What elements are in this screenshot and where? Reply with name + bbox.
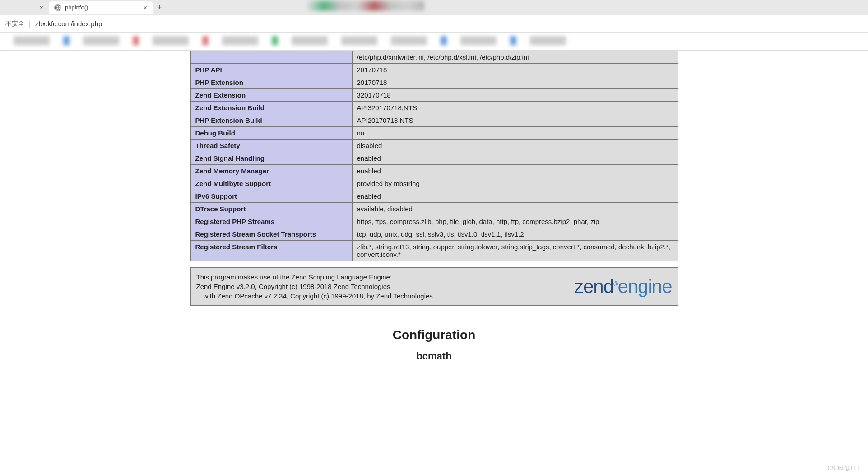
table-row: Zend Multibyte Supportprovided by mbstri… (190, 177, 678, 190)
table-cell-label: Registered Stream Socket Transports (190, 228, 352, 241)
table-row: DTrace Supportavailable, disabled (190, 203, 678, 215)
close-icon[interactable]: × (31, 4, 43, 11)
divider (190, 317, 678, 317)
table-cell-value: enabled (352, 152, 678, 165)
table-row: Debug Buildno (190, 127, 678, 140)
table-row: Zend Memory Managerenabled (190, 165, 678, 177)
zend-engine-box: This program makes use of the Zend Scrip… (190, 267, 678, 306)
browser-tab-inactive[interactable]: × (4, 1, 49, 14)
table-cell-value: tcp, udp, unix, udg, ssl, sslv3, tls, tl… (352, 228, 678, 241)
zend-line: Zend Engine v3.2.0, Copyright (c) 1998-2… (196, 282, 433, 291)
table-cell-value: provided by mbstring (352, 177, 678, 190)
address-bar: 不安全 | zbx.kfc.com/index.php (0, 15, 868, 33)
table-row: Registered Stream Socket Transportstcp, … (190, 228, 678, 241)
browser-tab-active[interactable]: phpinfo() × (49, 1, 153, 14)
bookmark-bar (0, 33, 868, 51)
logo-reg: ® (613, 280, 617, 288)
table-cell-value: API320170718,NTS (352, 102, 678, 114)
table-cell-value: zlib.*, string.rot13, string.toupper, st… (352, 241, 678, 261)
zend-line: This program makes use of the Zend Scrip… (196, 272, 433, 282)
table-cell-value: 20170718 (352, 64, 678, 76)
table-cell-value: no (352, 127, 678, 140)
table-row-truncated: /etc/php.d/xmlwriter.ini, /etc/php.d/xsl… (190, 51, 678, 64)
blurred-region (0, 36, 868, 47)
phpinfo-table: /etc/php.d/xmlwriter.ini, /etc/php.d/xsl… (190, 51, 678, 261)
table-cell-label (190, 51, 352, 64)
table-cell-label: Zend Extension (190, 89, 352, 102)
table-cell-label: Registered Stream Filters (190, 241, 352, 261)
close-icon[interactable]: × (135, 4, 147, 11)
table-cell-label: Zend Extension Build (190, 102, 352, 114)
blurred-region (307, 1, 424, 11)
table-cell-value: API20170718,NTS (352, 114, 678, 127)
table-row: PHP Extension BuildAPI20170718,NTS (190, 114, 678, 127)
table-cell-value: 20170718 (352, 76, 678, 89)
globe-icon (54, 4, 61, 11)
configuration-heading: Configuration (190, 328, 678, 342)
table-row: Zend Extension320170718 (190, 89, 678, 102)
table-cell-value: 320170718 (352, 89, 678, 102)
table-row: IPv6 Supportenabled (190, 190, 678, 203)
table-cell-label: PHP Extension Build (190, 114, 352, 127)
tab-title: phpinfo() (65, 4, 88, 11)
security-label[interactable]: 不安全 (5, 20, 24, 28)
table-cell-label: Zend Multibyte Support (190, 177, 352, 190)
table-cell-label: Thread Safety (190, 140, 352, 152)
table-row: Registered Stream Filterszlib.*, string.… (190, 241, 678, 261)
logo-zend: zend (574, 276, 613, 297)
table-cell-value: enabled (352, 190, 678, 203)
logo-engine: engine (617, 276, 672, 297)
table-row: Thread Safetydisabled (190, 140, 678, 152)
table-row: PHP API20170718 (190, 64, 678, 76)
zend-engine-logo: zend®engine (574, 276, 672, 298)
table-cell-label: Debug Build (190, 127, 352, 140)
table-cell-value: available, disabled (352, 203, 678, 215)
divider: | (29, 20, 31, 28)
url-text[interactable]: zbx.kfc.com/index.php (35, 20, 102, 28)
table-cell-value: /etc/php.d/xmlwriter.ini, /etc/php.d/xsl… (352, 51, 678, 64)
table-cell-label: PHP Extension (190, 76, 352, 89)
module-heading-bcmath: bcmath (190, 350, 678, 362)
table-cell-value: enabled (352, 165, 678, 177)
zend-text: This program makes use of the Zend Scrip… (196, 272, 433, 301)
table-cell-label: IPv6 Support (190, 190, 352, 203)
table-cell-label: Registered PHP Streams (190, 215, 352, 228)
table-cell-value: https, ftps, compress.zlib, php, file, g… (352, 215, 678, 228)
table-row: Zend Extension BuildAPI320170718,NTS (190, 102, 678, 114)
new-tab-button[interactable]: + (153, 3, 167, 12)
table-row: Zend Signal Handlingenabled (190, 152, 678, 165)
table-cell-label: PHP API (190, 64, 352, 76)
table-row: PHP Extension20170718 (190, 76, 678, 89)
table-cell-label: Zend Memory Manager (190, 165, 352, 177)
table-row: Registered PHP Streamshttps, ftps, compr… (190, 215, 678, 228)
browser-tab-strip: × phpinfo() × + (0, 0, 868, 15)
page-content: /etc/php.d/xmlwriter.ini, /etc/php.d/xsl… (0, 51, 868, 388)
zend-line: with Zend OPcache v7.2.34, Copyright (c)… (196, 291, 433, 301)
table-cell-label: DTrace Support (190, 203, 352, 215)
table-cell-value: disabled (352, 140, 678, 152)
table-cell-label: Zend Signal Handling (190, 152, 352, 165)
